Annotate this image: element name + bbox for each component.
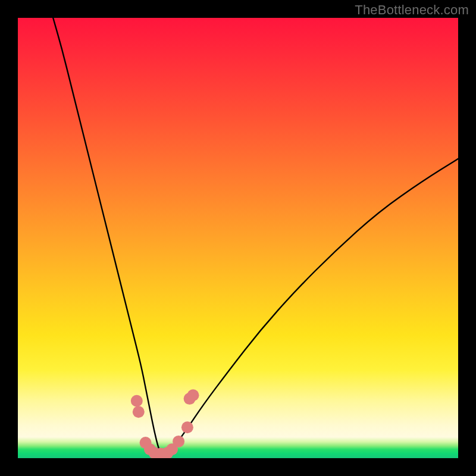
marker-point bbox=[133, 406, 145, 418]
watermark-text: TheBottleneck.com bbox=[355, 2, 469, 18]
highlight-markers bbox=[131, 389, 199, 458]
chart-frame: TheBottleneck.com bbox=[0, 0, 476, 476]
plot-area bbox=[18, 18, 458, 458]
marker-point bbox=[187, 389, 199, 401]
marker-point bbox=[131, 395, 143, 407]
bottleneck-curve bbox=[53, 18, 458, 456]
marker-point bbox=[181, 421, 193, 433]
marker-point bbox=[173, 436, 184, 447]
curve-layer bbox=[18, 18, 458, 458]
